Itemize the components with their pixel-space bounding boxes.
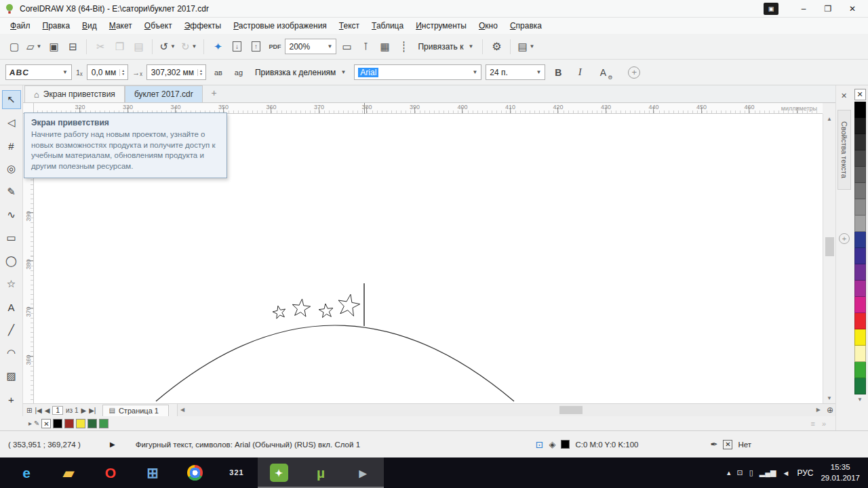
play-arrow-icon[interactable]: ▶ — [110, 441, 115, 448]
palette-color-swatch[interactable] — [854, 118, 866, 134]
taskbar-clock[interactable]: 15:35 29.01.2017 — [821, 462, 860, 483]
menu-item-2[interactable]: Вид — [76, 18, 103, 33]
palette-color-swatch[interactable] — [854, 199, 866, 216]
menu-item-11[interactable]: Справка — [504, 18, 548, 33]
palette-color-swatch[interactable] — [854, 297, 866, 313]
menu-lines-icon[interactable]: ≡ — [810, 420, 814, 428]
eyedropper-icon[interactable]: ✎ — [34, 420, 39, 427]
document-color-swatch[interactable] — [87, 419, 97, 428]
freehand-tool[interactable]: ✎ — [3, 183, 20, 201]
star-shape-object[interactable] — [292, 299, 311, 317]
application-launcher-button[interactable]: ▤ ▼ — [515, 38, 536, 56]
menu-item-7[interactable]: Текст — [333, 18, 366, 33]
fullscreen-preview-button[interactable]: ▭ — [338, 38, 355, 56]
taskbar-media-player-classic[interactable]: 321 — [216, 458, 258, 488]
chevron-down-icon[interactable]: ▼ — [62, 69, 68, 75]
palette-color-swatch[interactable] — [854, 183, 866, 199]
horizontal-scrollbar[interactable]: ◀ ▶ ⊕ — [177, 404, 835, 416]
new-document-tab-button[interactable]: + — [207, 87, 222, 101]
arc-curve-object[interactable] — [156, 325, 514, 401]
scroll-left-icon[interactable]: ◀ — [180, 407, 184, 413]
show-guidelines-button[interactable]: ┊ — [395, 38, 412, 56]
docker-tab-text-properties[interactable]: Свойства текста — [837, 110, 851, 190]
tab-welcome-screen[interactable]: ⌂ Экран приветствия — [24, 85, 125, 102]
more-tools-button[interactable]: + — [3, 390, 20, 408]
text-properties-button[interactable]: А ⚙ — [593, 64, 613, 81]
no-color-swatch[interactable]: ✕ — [41, 419, 51, 428]
zoom-fit-icon[interactable]: ⊕ — [827, 405, 833, 415]
star-shape-object[interactable] — [273, 306, 285, 319]
chevron-down-icon[interactable]: ▼ — [192, 43, 197, 49]
taskbar-opera[interactable]: O — [90, 458, 132, 488]
more-colors-icon[interactable]: » — [822, 420, 826, 428]
taskbar-coreldraw[interactable]: ✦ — [258, 458, 300, 488]
menu-item-6[interactable]: Растровые изображения — [227, 18, 333, 33]
notification-icon[interactable]: ▣ — [764, 3, 778, 15]
menu-item-9[interactable]: Инструменты — [410, 18, 473, 33]
snap-divisions-dropdown[interactable]: Привязка к делениям ▼ — [251, 64, 350, 81]
palette-color-swatch[interactable] — [854, 313, 866, 329]
zoom-tool[interactable]: ◎ — [3, 160, 20, 178]
maximize-button[interactable]: ❐ — [816, 1, 840, 16]
bezier-tool[interactable]: ◠ — [3, 344, 20, 362]
taskbar-app-grid[interactable]: ⊞ — [132, 458, 174, 488]
fill-color-swatch[interactable] — [561, 440, 570, 449]
last-page-button[interactable]: ▶| — [89, 407, 96, 414]
font-size-dropdown[interactable]: 24 п. ▼ — [486, 64, 545, 80]
close-button[interactable]: ✕ — [841, 1, 864, 16]
palette-color-swatch[interactable] — [854, 281, 866, 297]
taskbar-file-explorer[interactable]: ▰ — [47, 458, 90, 488]
rectangle-tool[interactable]: ▭ — [3, 229, 20, 247]
object-width-field[interactable]: 307,302 мм ▲▼ — [146, 64, 206, 80]
palette-no-color-swatch[interactable]: ✕ — [854, 89, 866, 100]
artistic-media-tool[interactable]: ∿ — [3, 206, 20, 224]
menu-item-10[interactable]: Окно — [473, 18, 504, 33]
document-color-swatch[interactable] — [53, 419, 62, 428]
italic-button[interactable]: I — [571, 64, 589, 81]
next-page-button[interactable]: ▶ — [81, 407, 86, 414]
search-content-button[interactable]: ✦ — [209, 38, 226, 56]
chevron-down-icon[interactable]: ▼ — [468, 43, 473, 49]
scroll-right-icon[interactable]: ▶ — [816, 407, 821, 413]
outline-none-icon[interactable]: ✕ — [723, 440, 732, 449]
palette-color-swatch[interactable] — [854, 134, 866, 150]
interactive-fill-tool[interactable]: ▨ — [3, 367, 20, 385]
chevron-down-icon[interactable]: ▼ — [37, 43, 42, 49]
palette-color-swatch[interactable] — [854, 248, 866, 264]
menu-item-3[interactable]: Макет — [103, 18, 138, 33]
subscript-button[interactable]: аg — [231, 64, 247, 81]
fill-color-icon[interactable]: ◈ — [549, 439, 555, 449]
export-button[interactable]: ↑ — [247, 38, 264, 56]
open-button[interactable]: ▱▼ — [24, 38, 43, 56]
font-family-dropdown[interactable]: Arial ▼ — [354, 64, 481, 80]
new-document-button[interactable]: ▢ — [5, 38, 23, 56]
palette-color-swatch[interactable] — [854, 102, 866, 118]
scroll-up-icon[interactable]: ▲ — [823, 116, 835, 122]
palette-color-swatch[interactable] — [854, 150, 866, 167]
palette-color-swatch[interactable] — [854, 362, 866, 378]
spinner-icon[interactable]: ▲▼ — [119, 69, 126, 76]
superscript-button[interactable]: ав — [210, 64, 226, 81]
taskbar-media-player[interactable]: ▸ — [342, 458, 384, 488]
previous-page-button[interactable]: ◀ — [45, 407, 50, 414]
two-point-line-tool[interactable]: ╱ — [3, 321, 20, 339]
document-color-swatch[interactable] — [76, 419, 85, 428]
show-grid-button[interactable]: ▦ — [376, 38, 393, 56]
x-offset-field[interactable]: 0,0 мм ▲▼ — [87, 64, 128, 80]
undo-button[interactable]: ↺▼ — [157, 38, 178, 56]
chevron-down-icon[interactable]: ▼ — [472, 69, 477, 75]
chevron-down-icon[interactable]: ▼ — [530, 43, 535, 49]
taskbar-utorrent[interactable]: µ — [300, 458, 342, 488]
taskbar-chrome[interactable] — [174, 458, 216, 488]
tab-document[interactable]: буклет 2017.cdr — [125, 85, 203, 102]
language-indicator[interactable]: РУС — [797, 468, 813, 478]
crop-tool[interactable]: # — [3, 137, 20, 155]
palette-color-swatch[interactable] — [854, 329, 866, 346]
palette-color-swatch[interactable] — [854, 232, 866, 248]
publish-pdf-button[interactable]: PDF — [266, 38, 283, 56]
menu-item-1[interactable]: Правка — [37, 18, 77, 33]
vertical-scrollbar[interactable]: ▲ ▼ — [823, 114, 835, 403]
chevron-down-icon[interactable]: ▼ — [340, 69, 346, 75]
quick-customize-button[interactable]: + — [628, 66, 640, 79]
spinner-icon[interactable]: ▲▼ — [197, 69, 204, 76]
